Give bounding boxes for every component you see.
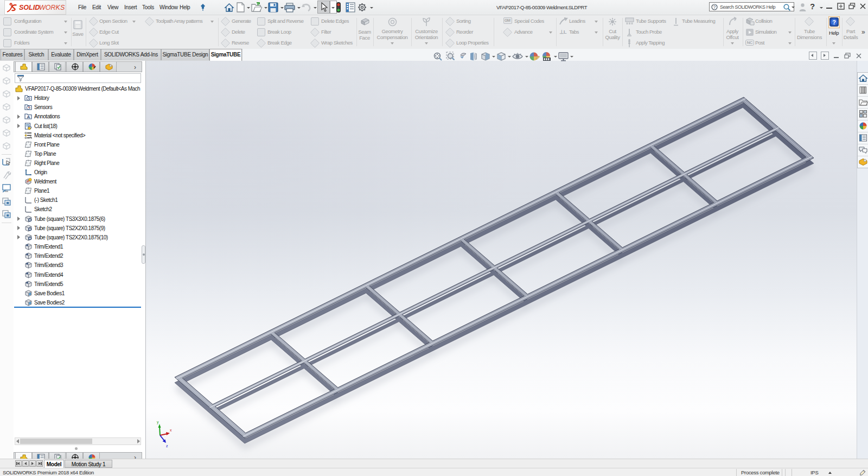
svg-text:WORKS: WORKS: [39, 4, 65, 11]
svg-text:?: ?: [713, 4, 716, 10]
svg-text:z: z: [166, 444, 168, 448]
svg-text:?: ?: [832, 19, 836, 26]
svg-text:y: y: [157, 420, 159, 424]
svg-text:A: A: [27, 115, 30, 120]
svg-text:x: x: [170, 428, 172, 432]
svg-text:SOLID: SOLID: [19, 4, 40, 11]
